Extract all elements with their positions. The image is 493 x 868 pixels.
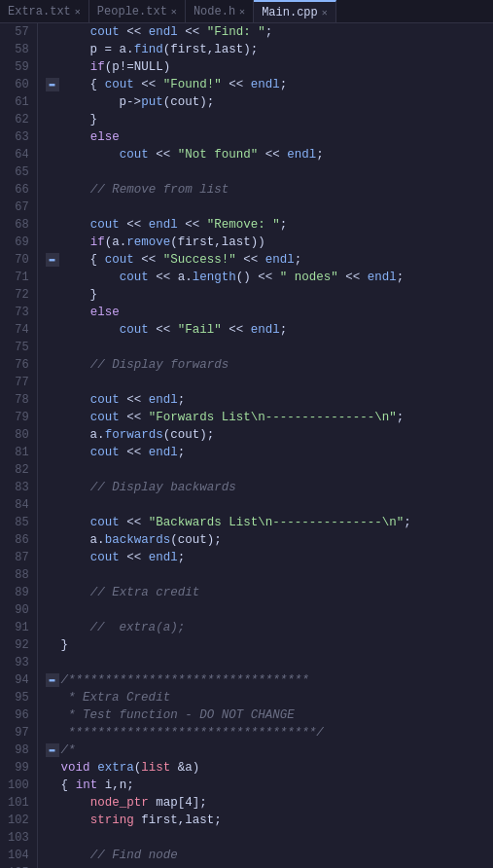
code-line-61: p->put(cout);	[42, 93, 493, 111]
code-line-63: else	[42, 128, 493, 146]
tab-people-txt-label: People.txt	[97, 5, 167, 18]
code-line-88	[42, 566, 493, 584]
editor: 57 58 59 60 61 62 63 64 65 66 67 68 69 7…	[0, 23, 493, 868]
tab-extra-txt-label: Extra.txt	[8, 5, 71, 18]
fold-marker-94[interactable]: ▬	[46, 673, 59, 687]
code-line-97: **********************************/	[42, 724, 493, 741]
code-line-75	[42, 339, 493, 356]
code-line-95: * Extra Credit	[42, 689, 493, 706]
tab-bar: Extra.txt ✕ People.txt ✕ Node.h ✕ Main.c…	[0, 0, 493, 23]
tab-node-h-label: Node.h	[194, 5, 235, 18]
code-line-77	[42, 374, 493, 391]
code-line-98: ▬ /*	[42, 741, 493, 759]
code-line-66: // Remove from list	[42, 181, 493, 199]
code-line-76: // Display forwards	[42, 356, 493, 374]
tab-node-h[interactable]: Node.h ✕	[186, 0, 254, 22]
code-line-83: // Display backwards	[42, 479, 493, 496]
code-line-79: cout << "Forwards List\n---------------\…	[42, 409, 493, 426]
tab-main-cpp-label: Main.cpp	[262, 6, 318, 19]
code-line-99: void extra(list &a)	[42, 759, 493, 777]
code-line-101: node_ptr map[4];	[42, 794, 493, 812]
code-line-82	[42, 461, 493, 479]
code-line-72: }	[42, 286, 493, 304]
code-line-67	[42, 199, 493, 216]
code-line-84	[42, 496, 493, 514]
code-line-81: cout << endl;	[42, 444, 493, 461]
code-line-87: cout << endl;	[42, 549, 493, 566]
tab-extra-txt-close[interactable]: ✕	[75, 6, 81, 18]
code-line-92: }	[42, 636, 493, 654]
code-line-86: a.backwards(cout);	[42, 531, 493, 549]
code-line-93	[42, 654, 493, 671]
code-line-91: // extra(a);	[42, 619, 493, 636]
tab-main-cpp-close[interactable]: ✕	[322, 7, 328, 18]
code-line-74: cout << "Fail" << endl;	[42, 321, 493, 339]
fold-marker-60[interactable]: ▬	[46, 78, 59, 91]
code-line-102: string first,last;	[42, 812, 493, 829]
code-line-59: if(p!=NULL)	[42, 58, 493, 76]
code-line-80: a.forwards(cout);	[42, 426, 493, 444]
code-line-100: { int i,n;	[42, 777, 493, 794]
code-line-89: // Extra credit	[42, 584, 493, 601]
tab-people-txt[interactable]: People.txt ✕	[89, 0, 186, 22]
line-numbers: 57 58 59 60 61 62 63 64 65 66 67 68 69 7…	[0, 23, 38, 868]
code-line-94: ▬ /*********************************	[42, 671, 493, 689]
tab-people-txt-close[interactable]: ✕	[171, 6, 177, 18]
tab-main-cpp[interactable]: Main.cpp ✕	[254, 0, 336, 22]
code-line-70: ▬ { cout << "Success!" << endl;	[42, 251, 493, 269]
code-line-103	[42, 829, 493, 847]
code-area[interactable]: cout << endl << "Find: "; p = a.find(fir…	[38, 23, 493, 868]
fold-marker-70[interactable]: ▬	[46, 253, 59, 267]
code-line-71: cout << a.length() << " nodes" << endl;	[42, 269, 493, 286]
code-line-69: if(a.remove(first,last))	[42, 234, 493, 251]
code-line-90	[42, 601, 493, 619]
code-line-62: }	[42, 111, 493, 128]
tab-node-h-close[interactable]: ✕	[239, 6, 245, 18]
code-line-57: cout << endl << "Find: ";	[42, 23, 493, 41]
code-line-105	[42, 864, 493, 868]
code-line-73: else	[42, 304, 493, 321]
fold-marker-98[interactable]: ▬	[46, 743, 59, 757]
code-line-58: p = a.find(first,last);	[42, 41, 493, 58]
code-line-85: cout << "Backwards List\n---------------…	[42, 514, 493, 531]
code-line-60: ▬ { cout << "Found!" << endl;	[42, 76, 493, 93]
code-line-65	[42, 163, 493, 181]
tab-extra-txt[interactable]: Extra.txt ✕	[0, 0, 89, 22]
code-line-96: * Test function - DO NOT CHANGE	[42, 706, 493, 724]
code-line-104: // Find node	[42, 847, 493, 864]
code-line-68: cout << endl << "Remove: ";	[42, 216, 493, 234]
code-line-64: cout << "Not found" << endl;	[42, 146, 493, 163]
code-line-78: cout << endl;	[42, 391, 493, 409]
